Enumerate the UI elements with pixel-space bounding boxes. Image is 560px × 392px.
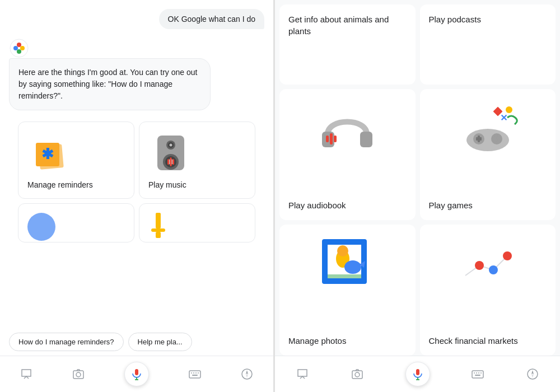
svg-point-3 [20,46,25,50]
svg-rect-36 [360,132,372,147]
mic-nav-right-button[interactable] [405,362,430,386]
play-music-label: Play music [148,180,186,189]
camera-nav-right-icon[interactable] [351,367,364,381]
chip-reminders[interactable]: How do I manage reminders? [9,333,124,351]
svg-point-41 [506,106,512,113]
svg-text:✕: ✕ [500,113,507,123]
svg-rect-62 [352,371,362,379]
svg-rect-58 [328,274,361,278]
svg-point-2 [17,43,21,47]
svg-point-11 [169,143,172,146]
svg-point-61 [503,251,512,260]
gamepad-icon: ✕ [429,98,547,160]
animals-plants-label: Get info about animals and plants [288,13,406,37]
svg-rect-37 [326,136,329,142]
svg-rect-16 [170,157,171,166]
svg-point-0 [10,39,28,57]
mic-nav-button[interactable] [124,362,149,386]
svg-point-22 [76,372,81,377]
svg-point-43 [466,129,509,151]
manage-reminders-card[interactable]: ✱ Manage reminders [18,122,134,199]
feature-cards-grid: ✱ Manage reminders [9,122,264,199]
compass-nav-icon[interactable] [240,367,254,381]
svg-point-50 [494,134,498,137]
svg-rect-21 [73,371,83,379]
play-podcasts-card[interactable]: Play podcasts [420,4,556,85]
bottom-nav-right [275,356,560,392]
manage-photos-card[interactable]: Manage photos [279,225,415,356]
svg-rect-20 [156,232,161,238]
partial-blue-icon [27,213,55,241]
svg-point-59 [475,261,484,270]
svg-marker-75 [531,374,534,378]
svg-point-51 [494,138,498,142]
svg-point-55 [337,245,348,256]
partial-card-2[interactable] [139,203,255,242]
play-games-label: Play games [429,199,473,211]
svg-rect-47 [478,136,480,142]
headphone-icon [288,98,406,160]
financial-markets-card[interactable]: Check financial markets [420,225,556,356]
left-panel: OK Google what can I do Here are the thi… [0,0,274,392]
chat-area: OK Google what can I do Here are the thi… [0,0,273,328]
google-logo [9,38,29,58]
bottom-nav-left [0,356,273,392]
svg-rect-67 [472,371,483,378]
svg-text:✱: ✱ [41,146,54,162]
message-nav-icon[interactable] [20,367,33,381]
svg-point-60 [489,265,498,274]
svg-marker-34 [246,374,248,378]
svg-point-1 [13,46,18,50]
svg-rect-17 [172,159,174,165]
svg-point-4 [17,49,21,54]
music-icon [148,131,193,176]
keyboard-nav-right-icon[interactable] [471,367,484,381]
svg-rect-18 [156,213,161,228]
animals-plants-card[interactable]: Get info about animals and plants [279,4,415,85]
svg-point-63 [355,372,360,377]
partial-cards [9,203,264,242]
svg-marker-74 [531,370,534,374]
svg-rect-39 [334,136,337,142]
suggestion-chips: How do I manage reminders? Help me pla..… [0,328,273,356]
chip-play[interactable]: Help me pla... [128,333,192,351]
camera-nav-icon[interactable] [72,367,85,381]
financial-markets-label: Check financial markets [429,335,518,347]
message-nav-right-icon[interactable] [296,367,309,381]
photo-frame-icon [288,234,406,295]
keyboard-nav-icon[interactable] [188,367,202,381]
partial-yellow-icon [148,213,168,238]
partial-card-1[interactable] [18,203,134,242]
chart-icon [429,234,547,295]
right-feature-grid: Get info about animals and plants Play p… [275,0,560,356]
play-podcasts-label: Play podcasts [429,13,481,25]
manage-photos-label: Manage photos [288,335,346,347]
play-music-card[interactable]: Play music [139,122,255,199]
svg-rect-64 [416,369,419,375]
svg-rect-15 [167,159,169,165]
play-audiobook-card[interactable]: Play audiobook [279,89,415,220]
right-panel: Get info about animals and plants Play p… [275,0,560,392]
svg-rect-19 [151,228,165,232]
user-message-row: OK Google what can I do [9,9,264,38]
play-audiobook-label: Play audiobook [288,199,346,211]
svg-marker-33 [246,370,248,374]
user-message: OK Google what can I do [159,9,264,29]
play-games-card[interactable]: ✕ Play games [420,89,556,220]
assistant-message: Here are the things I'm good at. You can… [9,58,211,110]
svg-rect-38 [330,133,333,144]
svg-rect-26 [189,371,200,378]
reminder-icon: ✱ [27,131,72,176]
compass-nav-right-icon[interactable] [526,367,539,381]
manage-reminders-label: Manage reminders [27,180,93,189]
svg-rect-23 [135,369,138,375]
svg-point-56 [344,260,361,274]
